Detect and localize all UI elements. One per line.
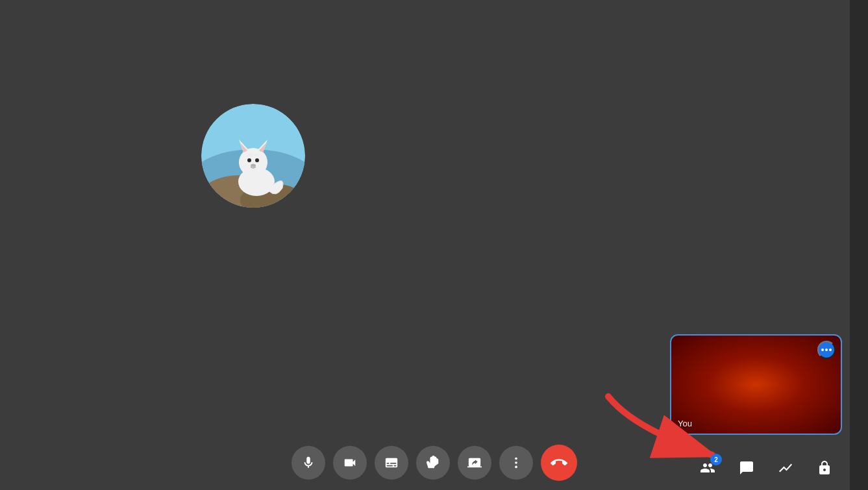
raise-hand-button[interactable]: [416, 446, 450, 480]
mic-button[interactable]: [291, 446, 325, 480]
participants-badge: 2: [710, 454, 722, 465]
self-view-tile: You: [670, 334, 842, 435]
chat-button[interactable]: [732, 454, 761, 482]
host-controls-button[interactable]: [810, 454, 839, 482]
participants-button[interactable]: 2: [693, 454, 722, 482]
svg-point-15: [825, 349, 828, 351]
activities-button[interactable]: [771, 454, 800, 482]
self-view-label: You: [678, 419, 692, 428]
svg-point-12: [255, 158, 259, 162]
svg-point-18: [515, 457, 517, 459]
camera-button[interactable]: [333, 446, 367, 480]
more-options-button[interactable]: [499, 446, 533, 480]
remote-participant-avatar: [201, 104, 305, 208]
svg-point-16: [829, 349, 832, 351]
svg-point-6: [239, 148, 267, 177]
svg-point-14: [821, 349, 824, 351]
captions-button[interactable]: [375, 446, 408, 480]
end-call-button[interactable]: [541, 445, 577, 481]
right-sidebar: [850, 0, 868, 490]
right-controls: 2: [693, 454, 839, 482]
main-video-area: You: [0, 0, 868, 490]
svg-point-19: [515, 461, 517, 464]
svg-point-13: [251, 164, 256, 167]
svg-point-11: [247, 158, 251, 162]
svg-point-20: [515, 465, 517, 468]
present-button[interactable]: [458, 446, 491, 480]
self-view-more-button[interactable]: [817, 341, 836, 359]
